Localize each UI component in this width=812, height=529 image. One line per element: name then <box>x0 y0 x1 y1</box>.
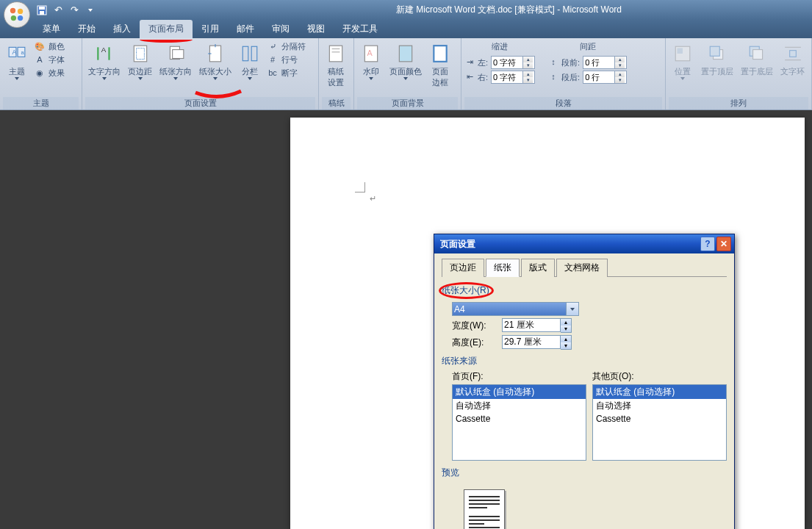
svg-rect-28 <box>399 46 412 62</box>
before-label: 段前: <box>561 57 580 68</box>
send-back-button[interactable]: 置于底层 <box>738 40 776 79</box>
svg-point-0 <box>10 8 15 13</box>
themes-icon: Aa <box>6 41 28 66</box>
columns-button[interactable]: 分栏 <box>236 40 264 82</box>
svg-rect-5 <box>39 7 45 10</box>
themes-label: 主题 <box>9 66 25 77</box>
undo-icon[interactable]: ↶ <box>51 4 65 17</box>
quick-access-toolbar: ↶ ↷ <box>35 4 97 17</box>
line-numbers-button[interactable]: #行号 <box>265 53 307 66</box>
height-input[interactable]: ▴▾ <box>502 335 572 350</box>
themes-button[interactable]: Aa 主题 <box>3 40 31 82</box>
save-icon[interactable] <box>35 4 48 17</box>
ribbon-tabs: 菜单 开始 插入 页面布局 引用 邮件 审阅 视图 开发工具 <box>0 20 812 38</box>
preview-label: 预览 <box>442 467 459 479</box>
tab-view[interactable]: 视图 <box>298 20 334 38</box>
height-label: 高度(E): <box>452 337 496 349</box>
list-item[interactable]: Cassette <box>453 413 586 425</box>
dialog-tab-paper[interactable]: 纸张 <box>486 259 520 277</box>
redo-icon[interactable]: ↷ <box>68 4 81 17</box>
send-back-icon <box>746 41 768 66</box>
dialog-tab-margins[interactable]: 页边距 <box>442 259 484 277</box>
dialog-close-button[interactable]: ✕ <box>716 237 731 251</box>
list-item[interactable]: Cassette <box>593 413 726 425</box>
ribbon: Aa 主题 🎨颜色 A字体 ◉效果 主题 A文字方向 页边距 纸张方向 纸张大小… <box>0 38 812 110</box>
tab-page-layout[interactable]: 页面布局 <box>140 20 193 38</box>
draft-icon <box>325 41 347 66</box>
paper-source-label: 纸张来源 <box>442 355 477 367</box>
width-input[interactable]: ▴▾ <box>502 318 572 333</box>
text-direction-icon: A <box>93 41 115 66</box>
bring-front-icon <box>706 41 728 66</box>
svg-point-2 <box>11 15 16 21</box>
tab-review[interactable]: 审阅 <box>263 20 298 38</box>
bring-front-button[interactable]: 置于顶层 <box>698 40 736 79</box>
position-icon <box>672 41 694 66</box>
theme-colors-button[interactable]: 🎨颜色 <box>32 40 66 53</box>
indent-heading: 缩进 <box>464 41 535 52</box>
theme-fonts-button[interactable]: A字体 <box>32 53 66 66</box>
office-button[interactable] <box>4 1 30 28</box>
effects-icon: ◉ <box>34 67 46 79</box>
document-area: ↵ 页面设置 ? ✕ 页边距 纸张 版式 文档网格 纸张大小(R) <box>0 110 812 529</box>
group-bg-label: 页面背景 <box>357 97 458 109</box>
other-pages-listbox[interactable]: 默认纸盒 (自动选择) 自动选择 Cassette <box>592 384 727 461</box>
draft-settings-button[interactable]: 稿纸 设置 <box>322 40 350 90</box>
tab-insert[interactable]: 插入 <box>104 20 140 38</box>
dialog-title: 页面设置 <box>440 238 475 251</box>
svg-text:A: A <box>101 46 107 54</box>
dialog-help-button[interactable]: ? <box>700 237 715 251</box>
tab-mailings[interactable]: 邮件 <box>228 20 263 38</box>
indent-right-input[interactable]: ▴▾ <box>491 71 535 84</box>
orientation-button[interactable]: 纸张方向 <box>157 40 195 82</box>
breaks-button[interactable]: ⤶分隔符 <box>265 40 307 53</box>
theme-effects-button[interactable]: ◉效果 <box>32 66 66 79</box>
tab-developer[interactable]: 开发工具 <box>334 20 387 38</box>
svg-rect-33 <box>710 46 719 56</box>
dropdown-icon[interactable] <box>567 302 579 316</box>
list-item[interactable]: 自动选择 <box>593 399 726 413</box>
margin-marker-icon <box>355 182 365 192</box>
orientation-icon <box>165 41 187 66</box>
page-setup-dialog: 页面设置 ? ✕ 页边距 纸张 版式 文档网格 纸张大小(R) 宽度(W): <box>434 234 735 529</box>
indent-left-icon: ⇥ <box>464 57 475 68</box>
position-button[interactable]: 位置 <box>669 40 697 82</box>
dialog-tab-layout[interactable]: 版式 <box>521 259 555 277</box>
qat-dropdown-icon[interactable] <box>84 4 97 17</box>
page-border-icon <box>429 41 451 66</box>
list-item[interactable]: 默认纸盒 (自动选择) <box>453 385 586 399</box>
tab-menu[interactable]: 菜单 <box>34 20 69 38</box>
group-theme-label: 主题 <box>3 97 79 109</box>
first-page-listbox[interactable]: 默认纸盒 (自动选择) 自动选择 Cassette <box>452 384 586 461</box>
watermark-button[interactable]: A水印 <box>357 40 385 82</box>
paper-size-button[interactable]: 纸张大小 <box>196 40 234 82</box>
annotation-mark-icon <box>194 88 242 101</box>
paper-size-combo[interactable] <box>452 302 580 316</box>
page-border-button[interactable]: 页面 边框 <box>426 40 454 90</box>
list-item[interactable]: 默认纸盒 (自动选择) <box>593 385 726 399</box>
group-arrange-label: 排列 <box>669 97 808 109</box>
space-before-icon: ↕ <box>548 57 558 68</box>
tab-references[interactable]: 引用 <box>193 20 228 38</box>
preview-page-icon <box>464 489 505 529</box>
dialog-titlebar[interactable]: 页面设置 ? ✕ <box>434 234 734 253</box>
list-item[interactable]: 自动选择 <box>453 399 586 413</box>
space-after-icon: ↕ <box>548 72 558 82</box>
text-wrap-button[interactable]: 文字环 <box>777 40 808 79</box>
svg-text:A: A <box>367 48 373 57</box>
indent-left-input[interactable]: ▴▾ <box>491 56 535 69</box>
tab-home[interactable]: 开始 <box>69 20 104 38</box>
dialog-tab-grid[interactable]: 文档网格 <box>556 259 608 277</box>
page-color-button[interactable]: 页面颜色 <box>387 40 425 82</box>
text-direction-button[interactable]: A文字方向 <box>85 40 123 82</box>
svg-point-3 <box>18 15 23 21</box>
paper-size-section-label: 纸张大小(R) <box>442 284 489 297</box>
svg-rect-36 <box>789 51 796 57</box>
dialog-tabs: 页边距 纸张 版式 文档网格 <box>442 258 727 277</box>
margins-button[interactable]: 页边距 <box>125 40 155 82</box>
paper-size-icon <box>204 41 226 66</box>
hyphenation-button[interactable]: bc断字 <box>265 66 307 79</box>
space-after-input[interactable]: ▴▾ <box>583 71 627 84</box>
svg-rect-29 <box>434 46 446 62</box>
space-before-input[interactable]: ▴▾ <box>583 56 627 69</box>
